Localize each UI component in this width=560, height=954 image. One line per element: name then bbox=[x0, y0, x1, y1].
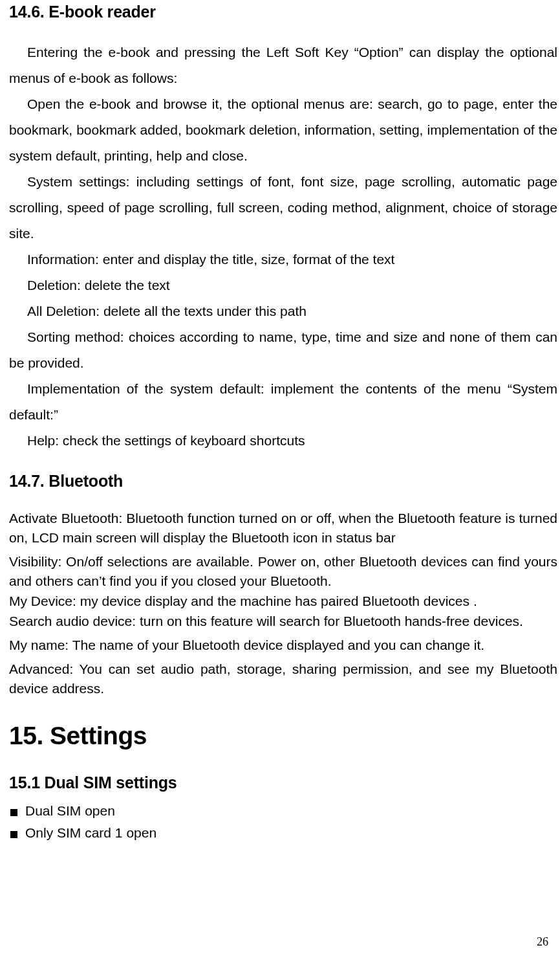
bluetooth-body: Activate Bluetooth: Bluetooth function t… bbox=[9, 509, 557, 698]
heading-settings: 15. Settings bbox=[9, 722, 557, 750]
ebook-p4: Information: enter and display the title… bbox=[9, 247, 557, 272]
ebook-p5: Deletion: delete the text bbox=[9, 272, 557, 298]
square-bullet-icon bbox=[10, 831, 17, 838]
document-page: 14.6. E-book reader Entering the e-book … bbox=[0, 3, 560, 954]
dual-sim-list: Dual SIM open Only SIM card 1 open bbox=[10, 800, 557, 844]
bluetooth-p3: My Device: my device display and the mac… bbox=[9, 592, 557, 611]
list-item-label: Only SIM card 1 open bbox=[25, 822, 156, 844]
ebook-p7: Sorting method: choices according to nam… bbox=[9, 324, 557, 376]
page-number: 26 bbox=[537, 935, 548, 949]
bluetooth-p6: Advanced: You can set audio path, storag… bbox=[9, 660, 557, 698]
list-item-label: Dual SIM open bbox=[25, 800, 115, 822]
list-item: Only SIM card 1 open bbox=[10, 822, 557, 844]
ebook-p3: System settings: including settings of f… bbox=[9, 169, 557, 247]
ebook-body: Entering the e-book and pressing the Lef… bbox=[9, 39, 557, 454]
bluetooth-p1: Activate Bluetooth: Bluetooth function t… bbox=[9, 509, 557, 548]
square-bullet-icon bbox=[10, 809, 17, 816]
ebook-p2: Open the e-book and browse it, the optio… bbox=[9, 91, 557, 169]
ebook-p8: Implementation of the system default: im… bbox=[9, 376, 557, 428]
bluetooth-p2: Visibility: On/off selections are availa… bbox=[9, 552, 557, 591]
ebook-p9: Help: check the settings of keyboard sho… bbox=[9, 428, 557, 454]
bluetooth-p5: My name: The name of your Bluetooth devi… bbox=[9, 636, 557, 655]
list-item: Dual SIM open bbox=[10, 800, 557, 822]
heading-bluetooth: 14.7. Bluetooth bbox=[9, 472, 557, 491]
ebook-p6: All Deletion: delete all the texts under… bbox=[9, 298, 557, 324]
bluetooth-p4: Search audio device: turn on this featur… bbox=[9, 612, 557, 631]
heading-dual-sim-settings: 15.1 Dual SIM settings bbox=[9, 773, 557, 792]
heading-ebook-reader: 14.6. E-book reader bbox=[9, 3, 557, 21]
ebook-p1: Entering the e-book and pressing the Lef… bbox=[9, 39, 557, 91]
